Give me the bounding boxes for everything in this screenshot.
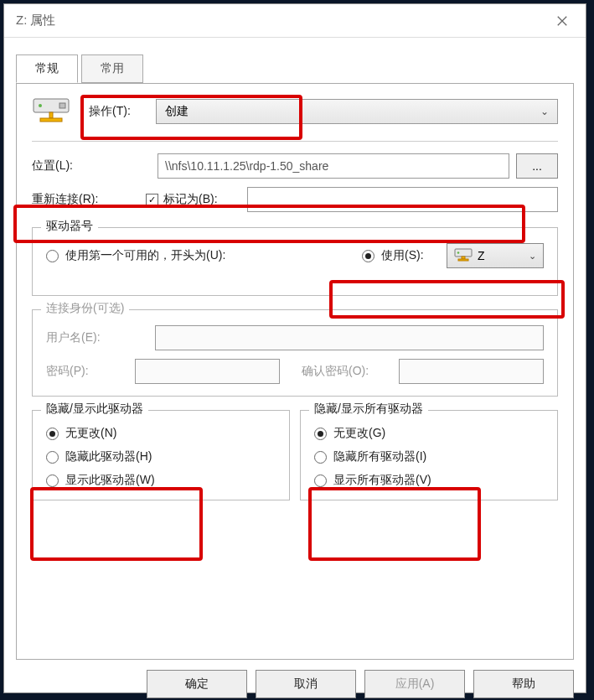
tab-general-label: 常规 xyxy=(35,61,59,75)
creds-legend: 连接身份(可选) xyxy=(41,301,129,316)
all-show-label: 显示所有驱动器(V) xyxy=(333,473,431,488)
action-value: 创建 xyxy=(165,104,189,119)
svg-rect-3 xyxy=(49,112,53,118)
all-hide-label: 隐藏所有驱动器(I) xyxy=(333,449,426,464)
reconnect-checkbox[interactable]: ✓ xyxy=(146,194,158,206)
browse-button[interactable]: ... xyxy=(516,153,558,179)
radio-use-first[interactable] xyxy=(46,250,59,262)
action-label: 操作(T): xyxy=(89,104,156,119)
drive-letter-combo[interactable]: Z ⌄ xyxy=(447,243,544,268)
credentials-group: 连接身份(可选) 用户名(E): 密码(P): 确认密码(O): xyxy=(32,309,558,397)
divider xyxy=(32,141,558,142)
tab-strip: 常规 常用 xyxy=(16,54,574,84)
svg-point-6 xyxy=(457,251,460,254)
radio-all-nochange[interactable] xyxy=(314,428,327,440)
content-area: 常规 常用 操作(T): 创建 ⌄ xyxy=(4,38,586,660)
this-show-label: 显示此驱动器(W) xyxy=(65,473,155,488)
labelas-input[interactable] xyxy=(247,187,558,212)
svg-rect-4 xyxy=(40,118,62,122)
radio-this-hide[interactable] xyxy=(46,451,59,464)
hide-this-group: 隐藏/显示此驱动器 无更改(N) 隐藏此驱动器(H) 显示此驱动器(W) xyxy=(32,410,290,500)
svg-point-1 xyxy=(39,104,42,107)
username-label: 用户名(E): xyxy=(46,330,155,345)
username-input[interactable] xyxy=(155,325,544,350)
password-label: 密码(P): xyxy=(46,364,135,379)
svg-rect-8 xyxy=(458,259,468,261)
network-drive-icon xyxy=(32,97,70,126)
use-letter-label: 使用(S): xyxy=(381,248,447,263)
browse-label: ... xyxy=(532,159,542,173)
radio-all-hide[interactable] xyxy=(314,451,327,464)
tab-common-label: 常用 xyxy=(101,61,124,75)
titlebar: Z: 属性 xyxy=(4,4,586,38)
confirm-input[interactable] xyxy=(399,359,544,384)
help-button[interactable]: 帮助 xyxy=(473,670,574,698)
cancel-label: 取消 xyxy=(294,677,318,692)
drive-mini-icon xyxy=(454,248,473,264)
action-combo[interactable]: 创建 ⌄ xyxy=(156,99,558,124)
drive-letter-group: 驱动器号 使用第一个可用的，开头为(U): 使用(S): Z ⌄ xyxy=(32,227,558,296)
cancel-button[interactable]: 取消 xyxy=(256,670,356,698)
radio-this-show[interactable] xyxy=(46,474,59,487)
tab-panel-general: 操作(T): 创建 ⌄ 位置(L): \\nfs\10.11.1.25\rdp-… xyxy=(16,83,574,660)
location-label: 位置(L): xyxy=(32,158,158,174)
svg-rect-2 xyxy=(59,103,65,108)
close-icon[interactable] xyxy=(545,4,579,38)
use-first-label: 使用第一个可用的，开头为(U): xyxy=(65,248,362,263)
reconnect-label: 重新连接(R): xyxy=(32,192,146,207)
ok-button[interactable]: 确定 xyxy=(147,670,247,698)
tab-common[interactable]: 常用 xyxy=(81,54,143,83)
help-label: 帮助 xyxy=(512,677,535,692)
drive-legend: 驱动器号 xyxy=(41,219,98,234)
password-input[interactable] xyxy=(135,359,280,384)
hide-all-legend: 隐藏/显示所有驱动器 xyxy=(309,402,428,417)
radio-use-letter[interactable] xyxy=(362,250,374,262)
confirm-label: 确认密码(O): xyxy=(302,364,399,379)
button-bar: 确定 取消 应用(A) 帮助 xyxy=(4,660,586,700)
this-nochange-label: 无更改(N) xyxy=(65,426,116,441)
radio-this-nochange[interactable] xyxy=(46,428,59,440)
chevron-down-icon: ⌄ xyxy=(529,251,536,262)
properties-dialog: Z: 属性 常规 常用 操作(T): xyxy=(3,3,586,693)
all-nochange-label: 无更改(G) xyxy=(333,426,385,441)
chevron-down-icon: ⌄ xyxy=(540,106,549,117)
location-input[interactable]: \\nfs\10.11.1.25\rdp-1.50_share xyxy=(158,153,509,179)
window-title: Z: 属性 xyxy=(16,13,545,29)
drive-letter-value: Z xyxy=(478,249,485,262)
tab-general[interactable]: 常规 xyxy=(16,54,78,83)
apply-button[interactable]: 应用(A) xyxy=(364,670,465,698)
this-hide-label: 隐藏此驱动器(H) xyxy=(65,449,152,464)
hide-all-group: 隐藏/显示所有驱动器 无更改(G) 隐藏所有驱动器(I) 显示所有驱动器(V) xyxy=(300,410,558,500)
labelas-label: 标记为(B): xyxy=(163,192,247,207)
hideshow-row: 隐藏/显示此驱动器 无更改(N) 隐藏此驱动器(H) 显示此驱动器(W) 隐藏/… xyxy=(32,410,558,514)
apply-label: 应用(A) xyxy=(395,677,435,692)
location-value: \\nfs\10.11.1.25\rdp-1.50_share xyxy=(165,159,328,173)
ok-label: 确定 xyxy=(185,677,209,692)
radio-all-show[interactable] xyxy=(314,474,327,487)
hide-this-legend: 隐藏/显示此驱动器 xyxy=(41,402,148,417)
